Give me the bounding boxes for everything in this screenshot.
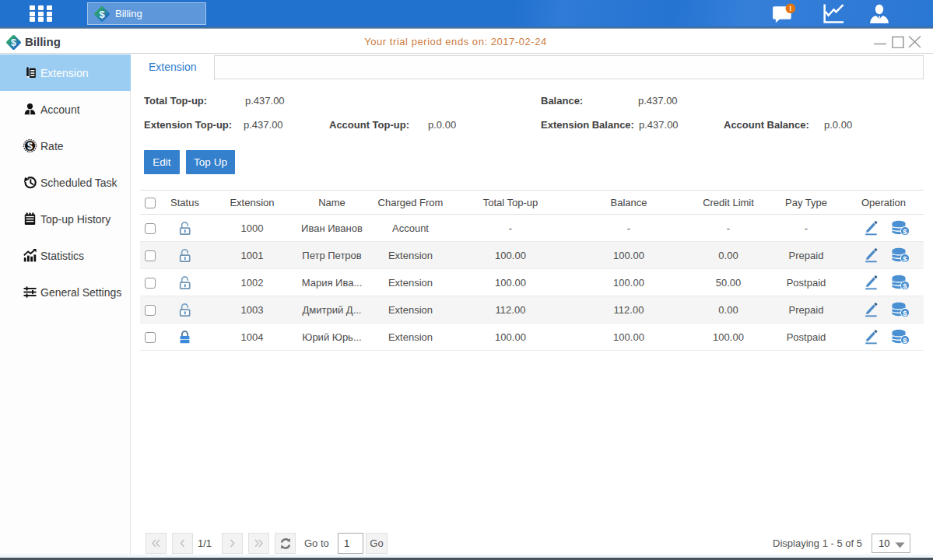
svg-text:$: $ (903, 254, 907, 263)
svg-text:!: ! (789, 5, 791, 12)
svg-text:$: $ (903, 282, 907, 290)
svg-text:$: $ (903, 336, 907, 345)
svg-text:$: $ (99, 8, 105, 19)
svg-text:$: $ (27, 141, 33, 152)
svg-text:$: $ (903, 227, 907, 236)
svg-text:$: $ (903, 309, 907, 317)
